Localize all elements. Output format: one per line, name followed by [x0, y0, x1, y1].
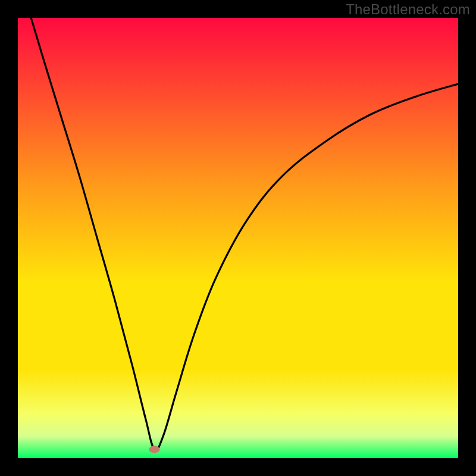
chart-frame: TheBottleneck.com: [0, 0, 476, 476]
minimum-marker: [149, 446, 159, 453]
watermark-text: TheBottleneck.com: [346, 1, 470, 18]
plot-area: [18, 18, 458, 458]
gradient-background: [18, 18, 458, 458]
chart-svg: [18, 18, 458, 458]
